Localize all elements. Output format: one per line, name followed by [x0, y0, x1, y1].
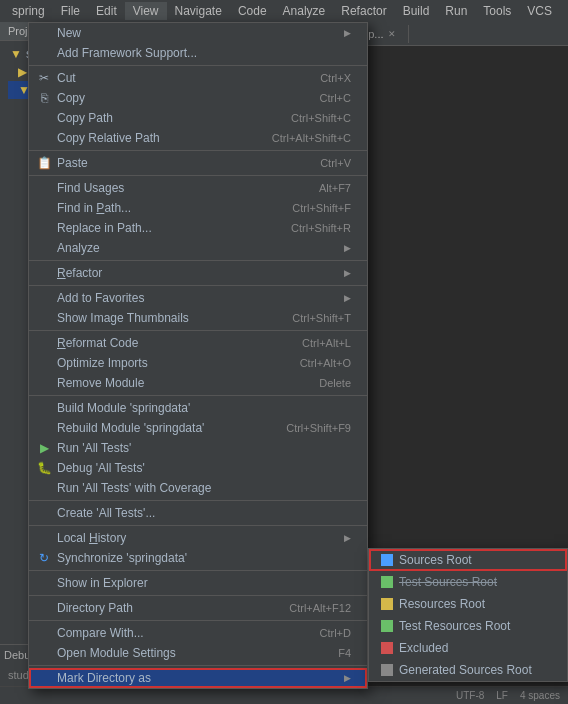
cm-run-tests[interactable]: ▶ Run 'All Tests' [29, 438, 367, 458]
submenu-test-resources[interactable]: Test Resources Root [369, 615, 567, 637]
cm-shortcut: Ctrl+V [320, 157, 351, 169]
cm-cut[interactable]: ✂ Cut Ctrl+X [29, 68, 367, 88]
cm-remove-module[interactable]: Remove Module Delete [29, 373, 367, 393]
cm-refactor[interactable]: Refactor [29, 263, 367, 283]
submenu-resources[interactable]: Resources Root [369, 593, 567, 615]
cm-item-label: Create 'All Tests'... [57, 506, 155, 520]
cm-item-label: Run 'All Tests' [57, 441, 131, 455]
cm-shortcut: Ctrl+Shift+T [292, 312, 351, 324]
cm-compare-with[interactable]: Compare With... Ctrl+D [29, 623, 367, 643]
cm-shortcut: Ctrl+C [320, 92, 351, 104]
submenu-item-label: Test Sources Root [399, 575, 497, 589]
menu-analyze[interactable]: Analyze [275, 2, 334, 20]
cm-shortcut: Ctrl+Shift+F9 [286, 422, 351, 434]
submenu-item-label: Excluded [399, 641, 448, 655]
cm-item-label: Paste [57, 156, 88, 170]
cm-item-label: Cut [57, 71, 76, 85]
cm-shortcut: Ctrl+Shift+R [291, 222, 351, 234]
cm-find-in-path[interactable]: Find in Path... Ctrl+Shift+F [29, 198, 367, 218]
cm-item-label: Mark Directory as [57, 671, 151, 685]
cm-copy[interactable]: ⎘ Copy Ctrl+C [29, 88, 367, 108]
cm-item-label: Synchronize 'springdata' [57, 551, 187, 565]
cm-copy-path[interactable]: Copy Path Ctrl+Shift+C [29, 108, 367, 128]
cm-find-usages[interactable]: Find Usages Alt+F7 [29, 178, 367, 198]
cm-show-explorer[interactable]: Show in Explorer [29, 573, 367, 593]
cm-paste[interactable]: 📋 Paste Ctrl+V [29, 153, 367, 173]
cm-shortcut: Ctrl+Alt+Shift+C [272, 132, 351, 144]
cm-separator [29, 260, 367, 261]
menu-vcs[interactable]: VCS [519, 2, 560, 20]
cm-new[interactable]: New [29, 23, 367, 43]
test-resources-icon [381, 620, 393, 632]
cm-shortcut: Delete [319, 377, 351, 389]
cm-create-tests[interactable]: Create 'All Tests'... [29, 503, 367, 523]
cm-item-label: Find in Path... [57, 201, 131, 215]
cm-item-label: Optimize Imports [57, 356, 148, 370]
cm-separator [29, 285, 367, 286]
menu-window[interactable]: Window [560, 2, 568, 20]
cm-directory-path[interactable]: Directory Path Ctrl+Alt+F12 [29, 598, 367, 618]
cm-separator [29, 570, 367, 571]
cm-item-label: Add Framework Support... [57, 46, 197, 60]
cm-item-label: Rebuild Module 'springdata' [57, 421, 204, 435]
folder-icon: ▼ [10, 47, 22, 61]
menu-run[interactable]: Run [437, 2, 475, 20]
cm-mark-directory[interactable]: Mark Directory as [29, 668, 367, 688]
cm-shortcut: Ctrl+Shift+F [292, 202, 351, 214]
cm-separator [29, 525, 367, 526]
submenu-excluded[interactable]: Excluded [369, 637, 567, 659]
cm-show-thumbnails[interactable]: Show Image Thumbnails Ctrl+Shift+T [29, 308, 367, 328]
cm-synchronize[interactable]: ↻ Synchronize 'springdata' [29, 548, 367, 568]
menu-build[interactable]: Build [395, 2, 438, 20]
folder-icon: ▶ [18, 65, 27, 79]
cm-separator [29, 65, 367, 66]
excluded-icon [381, 642, 393, 654]
menu-tools[interactable]: Tools [475, 2, 519, 20]
menu-navigate[interactable]: Navigate [167, 2, 230, 20]
cm-item-label: Replace in Path... [57, 221, 152, 235]
cm-item-label: Refactor [57, 266, 102, 280]
cm-item-label: Build Module 'springdata' [57, 401, 190, 415]
paste-icon: 📋 [35, 156, 53, 170]
cm-open-module-settings[interactable]: Open Module Settings F4 [29, 643, 367, 663]
menu-edit[interactable]: Edit [88, 2, 125, 20]
menu-code[interactable]: Code [230, 2, 275, 20]
debug-icon: 🐛 [35, 461, 53, 475]
cm-item-label: Copy Path [57, 111, 113, 125]
cm-optimize-imports[interactable]: Optimize Imports Ctrl+Alt+O [29, 353, 367, 373]
cm-reformat[interactable]: Reformat Code Ctrl+Alt+L [29, 333, 367, 353]
cm-separator [29, 620, 367, 621]
submenu-test-sources[interactable]: Test Sources Root [369, 571, 567, 593]
submenu-sources-root[interactable]: Sources Root [369, 549, 567, 571]
cm-shortcut: Ctrl+Alt+L [302, 337, 351, 349]
cm-build-module[interactable]: Build Module 'springdata' [29, 398, 367, 418]
cm-item-label: Debug 'All Tests' [57, 461, 145, 475]
cm-rebuild-module[interactable]: Rebuild Module 'springdata' Ctrl+Shift+F… [29, 418, 367, 438]
cm-item-label: Copy Relative Path [57, 131, 160, 145]
close-icon[interactable]: ✕ [388, 29, 396, 39]
cut-icon: ✂ [35, 71, 53, 85]
menu-refactor[interactable]: Refactor [333, 2, 394, 20]
cm-separator [29, 595, 367, 596]
cm-item-label: Open Module Settings [57, 646, 176, 660]
submenu-item-label: Resources Root [399, 597, 485, 611]
cm-shortcut: F4 [338, 647, 351, 659]
menu-file[interactable]: File [53, 2, 88, 20]
menu-view[interactable]: View [125, 2, 167, 20]
cm-item-label: New [57, 26, 81, 40]
cm-item-label: Local History [57, 531, 126, 545]
resources-icon [381, 598, 393, 610]
cm-replace-in-path[interactable]: Replace in Path... Ctrl+Shift+R [29, 218, 367, 238]
cm-debug-tests[interactable]: 🐛 Debug 'All Tests' [29, 458, 367, 478]
cm-run-with-coverage[interactable]: Run 'All Tests' with Coverage [29, 478, 367, 498]
cm-add-favorites[interactable]: Add to Favorites [29, 288, 367, 308]
cm-copy-relative[interactable]: Copy Relative Path Ctrl+Alt+Shift+C [29, 128, 367, 148]
status-line-ending: LF [496, 690, 508, 701]
menu-bar: spring File Edit View Navigate Code Anal… [0, 0, 568, 22]
cm-add-framework[interactable]: Add Framework Support... [29, 43, 367, 63]
submenu-generated[interactable]: Generated Sources Root [369, 659, 567, 681]
menu-spring[interactable]: spring [4, 2, 53, 20]
cm-local-history[interactable]: Local History [29, 528, 367, 548]
cm-shortcut: Alt+F7 [319, 182, 351, 194]
cm-analyze[interactable]: Analyze [29, 238, 367, 258]
